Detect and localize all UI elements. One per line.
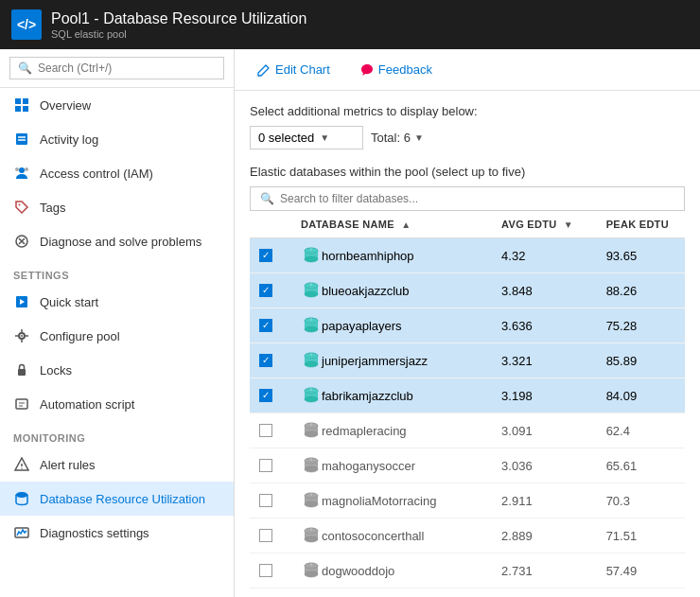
feedback-button[interactable]: Feedback: [353, 59, 440, 80]
checkbox-cell[interactable]: [250, 553, 291, 588]
svg-rect-2: [15, 106, 21, 112]
checkbox-cell[interactable]: [250, 448, 291, 483]
search-wrap[interactable]: 🔍: [9, 57, 224, 79]
sidebar-item-diagnostics[interactable]: Diagnostics settings: [0, 516, 234, 550]
avg-edtu-header[interactable]: AVG EDTU ▼: [492, 211, 597, 238]
sidebar-item-configure-pool[interactable]: Configure pool: [0, 319, 234, 353]
checkbox[interactable]: [259, 424, 272, 437]
log-icon: [13, 131, 30, 148]
diagnose-icon: [13, 233, 30, 250]
checkbox[interactable]: [259, 564, 272, 577]
db-name: hornbeamhiphop: [322, 249, 414, 263]
main-content: Edit Chart Feedback Select additional me…: [235, 49, 700, 597]
sidebar-item-db-resource[interactable]: Database Resource Utilization: [0, 482, 234, 516]
table-row[interactable]: hornbeamhiphop 4.32 93.65: [250, 238, 685, 273]
db-name-cell: redmapleracing: [291, 413, 492, 448]
checkbox[interactable]: [259, 249, 272, 262]
checkbox[interactable]: [259, 319, 272, 332]
db-name: dogwooddojo: [322, 564, 394, 578]
db-name: mahoganysoccer: [322, 459, 415, 473]
db-name: contosoconcerthall: [322, 529, 424, 543]
metrics-dropdown[interactable]: 0 selected ▼: [250, 126, 363, 149]
checkbox-cell[interactable]: [250, 413, 291, 448]
checkbox[interactable]: [259, 284, 272, 297]
avg-edtu-cell: 2.911: [492, 483, 597, 518]
table-row[interactable]: redmapleracing 3.091 62.4: [250, 413, 685, 448]
checkbox-cell[interactable]: [250, 343, 291, 378]
table-row[interactable]: mahoganysoccer 3.036 65.61: [250, 448, 685, 483]
iam-icon: [13, 165, 30, 182]
peak-edtu-cell: 71.51: [597, 518, 685, 553]
svg-point-26: [21, 467, 22, 468]
search-box: 🔍: [0, 49, 234, 88]
table-row[interactable]: magnoliaMotorracing 2.911 70.3: [250, 483, 685, 518]
checkbox-cell[interactable]: [250, 588, 291, 598]
peak-edtu-cell: 88.26: [597, 273, 685, 308]
sidebar-item-alert-rules[interactable]: Alert rules: [0, 448, 234, 482]
edit-chart-button[interactable]: Edit Chart: [250, 59, 338, 80]
sidebar-item-automation[interactable]: Automation script: [0, 387, 234, 421]
avg-edtu-cell: 3.636: [492, 308, 597, 343]
peak-edtu-cell: 84.09: [597, 378, 685, 413]
db-name-cell: magnoliaMotorracing: [291, 483, 492, 518]
peak-edtu-header[interactable]: PEAK EDTU: [597, 211, 685, 238]
checkbox-cell[interactable]: [250, 483, 291, 518]
checkbox[interactable]: [259, 354, 272, 367]
sidebar-item-activity-log[interactable]: Activity log: [0, 122, 234, 156]
peak-edtu-header-label: PEAK EDTU: [606, 219, 669, 230]
checkbox-cell[interactable]: [250, 518, 291, 553]
table-row[interactable]: dogwooddojo 2.731 57.49: [250, 553, 685, 588]
avg-edtu-cell: 2.647: [492, 588, 597, 598]
sidebar-item-quickstart[interactable]: Quick start: [0, 285, 234, 319]
sidebar-label-diagnostics: Diagnostics settings: [40, 526, 149, 540]
db-name-cell: juniperjammersjazz: [291, 343, 492, 378]
search-input[interactable]: [38, 61, 216, 75]
feedback-label: Feedback: [378, 62, 432, 77]
filter-search-icon: 🔍: [260, 192, 274, 205]
toolbar: Edit Chart Feedback: [235, 49, 700, 91]
filter-input-wrap[interactable]: 🔍: [250, 186, 685, 211]
db-table: DATABASE NAME ▲ AVG EDTU ▼ PEAK EDTU: [250, 211, 685, 597]
sidebar-item-iam[interactable]: Access control (IAM): [0, 156, 234, 190]
sidebar-label-activity-log: Activity log: [40, 132, 98, 147]
checkbox-cell[interactable]: [250, 378, 291, 413]
checkbox[interactable]: [259, 494, 272, 507]
sidebar-item-diagnose[interactable]: Diagnose and solve problems: [0, 224, 234, 258]
sidebar-label-quickstart: Quick start: [40, 295, 98, 309]
table-row[interactable]: blueoakjazzclub 3.848 88.26: [250, 273, 685, 308]
sidebar-item-overview[interactable]: Overview: [0, 88, 234, 122]
sidebar-label-overview: Overview: [40, 98, 91, 113]
sort-asc-icon: ▲: [401, 219, 411, 230]
peak-edtu-cell: 75.28: [597, 308, 685, 343]
sidebar-label-db-resource: Database Resource Utilization: [40, 492, 205, 506]
metrics-selected-label: 0 selected: [258, 131, 314, 145]
filter-input[interactable]: [280, 192, 674, 205]
checkbox[interactable]: [259, 529, 272, 542]
avg-edtu-cell: 3.198: [492, 378, 597, 413]
db-name: fabrikamjazzclub: [322, 389, 413, 403]
db-name-cell: mahoganysoccer: [291, 448, 492, 483]
table-row[interactable]: juniperjammersjazz 3.321 85.89: [250, 343, 685, 378]
total-label: Total: 6: [371, 131, 411, 145]
checkbox-cell[interactable]: [250, 238, 291, 273]
checkbox[interactable]: [259, 389, 272, 402]
sidebar-item-tags[interactable]: Tags: [0, 190, 234, 224]
sidebar-item-locks[interactable]: Locks: [0, 353, 234, 387]
avg-edtu-cell: 3.091: [492, 413, 597, 448]
table-row[interactable]: osageopera 2.647 75.15: [250, 588, 685, 598]
svg-rect-1: [23, 98, 28, 104]
db-section-title: Elastic databases within the pool (selec…: [250, 165, 685, 179]
db-name: blueoakjazzclub: [322, 284, 410, 298]
table-row[interactable]: papayaplayers 3.636 75.28: [250, 308, 685, 343]
table-row[interactable]: contosoconcerthall 2.889 71.51: [250, 518, 685, 553]
checkbox-cell[interactable]: [250, 308, 291, 343]
table-row[interactable]: fabrikamjazzclub 3.198 84.09: [250, 378, 685, 413]
checkbox[interactable]: [259, 459, 272, 472]
checkbox-cell[interactable]: [250, 273, 291, 308]
sort-desc-icon: ▼: [564, 219, 573, 230]
page-title: Pool1 - Database Resource Utilization: [51, 10, 306, 27]
alerts-icon: [13, 456, 30, 473]
database-name-header[interactable]: DATABASE NAME ▲: [291, 211, 492, 238]
avg-edtu-cell: 3.036: [492, 448, 597, 483]
peak-edtu-cell: 85.89: [597, 343, 685, 378]
